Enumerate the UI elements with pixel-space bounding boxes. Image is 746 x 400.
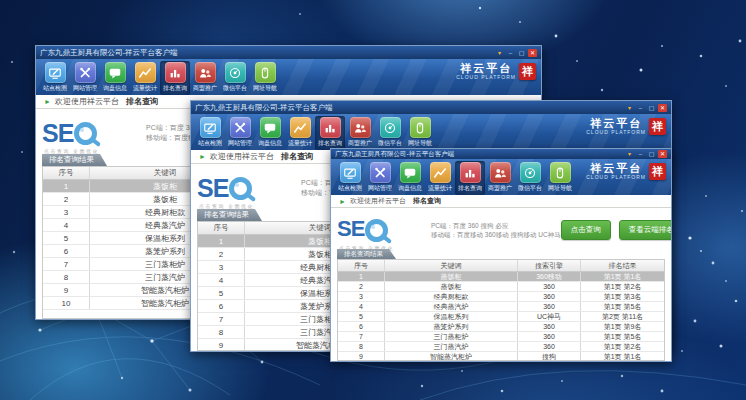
toolbar-item-label: 网站管理 [73,84,97,92]
toolbar-item-site-nav[interactable]: 网址导航 [405,116,435,150]
header-cell-no: 序号 [198,222,244,234]
brand-logo: 祥云平台 CLOUD PLATFORM 祥 [586,163,666,180]
table-row[interactable]: 9智能蒸汽柜炉搜狗第1页 第1名 [338,352,664,360]
toolbar-item-site-nav[interactable]: 网址导航 [250,61,280,95]
site-manage-icon [75,62,96,83]
toolbar-item-alliance-promo[interactable]: 商盟推广 [345,116,375,150]
toolbar-item-label: 询盘信息 [398,184,422,192]
close-button[interactable]: ✕ [658,150,667,158]
cell-rank: 第1页 第9名 [580,322,664,331]
header-cell-engine: 搜索引擎 [517,260,580,271]
table-row[interactable]: 5保温柜系列UC神马第2页 第11名 [338,312,664,322]
alliance-promo-icon [490,162,511,183]
wechat-platform-icon [225,62,246,83]
results-tab[interactable]: 排名查询结果 [337,249,396,259]
toolbar-item-label: 站点检测 [338,184,362,192]
header-cell-keyword: 关键词 [384,260,517,271]
cell-no: 4 [338,302,384,311]
welcome-text: 欢迎使用祥云平台 [210,151,274,162]
cell-no: 2 [43,193,89,205]
results-table: 序号 关键词 搜索引擎 排名结果 1蒸饭柜360移动第1页 第1名2蒸饭柜360… [337,259,665,361]
skin-button[interactable]: ▾ [625,104,634,112]
table-row[interactable]: 4经典蒸汽炉360第1页 第5名 [338,302,664,312]
toolbar-item-rank-query[interactable]: 排名查询 [160,61,190,95]
query-button[interactable]: 点击查询 [561,220,611,240]
skin-button[interactable]: ▾ [625,150,634,158]
window-title: 广东九鼎王厨具有限公司-祥云平台客户端 [40,48,495,58]
toolbar-item-label: 询盘信息 [103,84,127,92]
brand-title: 祥云平台 [586,118,646,129]
toolbar-item-site-manage[interactable]: 网站管理 [365,161,395,195]
table-body: 1蒸饭柜360移动第1页 第1名2蒸饭柜360第1页 第2名3经典厨柜款360第… [338,272,664,360]
cell-no: 3 [338,292,384,301]
site-check-icon [45,62,66,83]
toolbar-item-label: 流量统计 [288,139,312,147]
toolbar-item-rank-query[interactable]: 排名查询 [315,116,345,150]
toolbar-item-alliance-promo[interactable]: 商盟推广 [485,161,515,195]
header-cell-no: 序号 [43,167,89,179]
toolbar-item-inquiry-info[interactable]: 询盘信息 [395,161,425,195]
toolbar-item-site-nav[interactable]: 网址导航 [545,161,575,195]
toolbar-item-traffic-stats[interactable]: 流量统计 [130,61,160,95]
toolbar-item-wechat-platform[interactable]: 微信平台 [220,61,250,95]
table-row[interactable]: 3经典厨柜款360第1页 第3名 [338,292,664,302]
cell-engine: UC神马 [517,312,580,321]
table-row[interactable]: 2蒸饭柜360第1页 第2名 [338,282,664,292]
cell-engine: 360 [517,292,580,301]
minimize-button[interactable]: – [636,104,645,112]
titlebar[interactable]: 广东九鼎王厨具有限公司-祥云平台客户端 ▾ – ▢ ✕ [331,149,671,159]
toolbar-item-site-manage[interactable]: 网站管理 [70,61,100,95]
cell-keyword: 保温柜系列 [384,312,517,321]
seo-logo: SE 点击查询 全面优化 [42,121,138,146]
cell-no: 4 [43,219,89,231]
cloud-rank-button[interactable]: 查看云端排名 [619,220,671,240]
table-row[interactable]: 6蒸笼炉系列360第1页 第9名 [338,322,664,332]
welcome-bar: ► 欢迎使用祥云平台 排名查询 [331,195,671,208]
maximize-button[interactable]: ▢ [647,104,656,112]
seo-header-row: SE 点击查询 全面优化 PC端：百度 360 搜狗 必应 移动端：百度移动 3… [337,211,665,249]
close-button[interactable]: ✕ [528,49,537,57]
results-tab[interactable]: 排名查询结果 [42,154,107,166]
cell-no: 7 [338,332,384,341]
toolbar-item-label: 商盟推广 [193,84,217,92]
toolbar-item-wechat-platform[interactable]: 微信平台 [515,161,545,195]
maximize-button[interactable]: ▢ [517,49,526,57]
maximize-button[interactable]: ▢ [647,150,656,158]
toolbar-item-traffic-stats[interactable]: 流量统计 [285,116,315,150]
rank-query-icon [165,62,186,83]
welcome-text: 欢迎使用祥云平台 [350,196,406,206]
table-row[interactable]: 8三门蒸汽炉360第1页 第2名 [338,342,664,352]
toolbar-item-site-check[interactable]: 站点检测 [195,116,225,150]
table-row[interactable]: 1蒸饭柜360移动第1页 第1名 [338,272,664,282]
wechat-platform-icon [520,162,541,183]
titlebar[interactable]: 广东九鼎王厨具有限公司-祥云平台客户端 ▾ – ▢ ✕ [36,46,541,59]
toolbar-item-traffic-stats[interactable]: 流量统计 [425,161,455,195]
traffic-stats-icon [430,162,451,183]
minimize-button[interactable]: – [636,150,645,158]
skin-button[interactable]: ▾ [495,49,504,57]
toolbar-item-inquiry-info[interactable]: 询盘信息 [100,61,130,95]
toolbar-item-label: 网址导航 [408,139,432,147]
brand-seal-icon: 祥 [519,63,536,80]
titlebar[interactable]: 广东九鼎王厨具有限公司-祥云平台客户端 ▾ – ▢ ✕ [191,101,671,114]
toolbar-item-site-check[interactable]: 站点检测 [335,161,365,195]
close-button[interactable]: ✕ [658,104,667,112]
toolbar-item-site-check[interactable]: 站点检测 [40,61,70,95]
site-nav-icon [410,117,431,138]
toolbar-item-site-manage[interactable]: 网站管理 [225,116,255,150]
toolbar-item-wechat-platform[interactable]: 微信平台 [375,116,405,150]
results-tab[interactable]: 排名查询结果 [197,209,262,221]
minimize-button[interactable]: – [506,49,515,57]
site-manage-icon [230,117,251,138]
table-row[interactable]: 7三门蒸柜炉360第1页 第5名 [338,332,664,342]
welcome-flag-icon: ► [339,198,346,205]
cell-rank: 第2页 第11名 [580,312,664,321]
wechat-platform-icon [380,117,401,138]
inquiry-info-icon [260,117,281,138]
inquiry-info-icon [400,162,421,183]
magnifier-icon [229,177,252,200]
toolbar-item-alliance-promo[interactable]: 商盟推广 [190,61,220,95]
toolbar-item-rank-query[interactable]: 排名查询 [455,161,485,195]
toolbar-item-inquiry-info[interactable]: 询盘信息 [255,116,285,150]
brand-title: 祥云平台 [456,63,516,74]
